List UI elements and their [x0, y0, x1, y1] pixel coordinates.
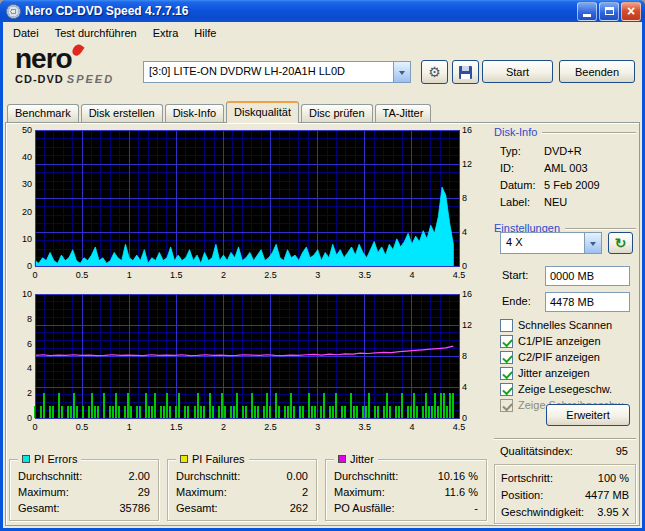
disk-label: ID: — [500, 162, 514, 174]
checkbox-icon — [500, 367, 513, 380]
nero-logo: nero CD-DVD SPEED — [15, 46, 140, 90]
svg-text:4.5: 4.5 — [453, 270, 466, 280]
svg-text:4: 4 — [462, 382, 467, 392]
svg-text:1: 1 — [127, 422, 132, 432]
end-field-label: Ende: — [502, 295, 531, 307]
tab-benchmark[interactable]: Benchmark — [7, 104, 79, 122]
svg-text:8: 8 — [27, 314, 32, 324]
svg-text:2: 2 — [27, 388, 32, 398]
floppy-icon — [459, 66, 472, 79]
checkbox-jitter-anzeigen[interactable]: Jitter anzeigen — [500, 366, 636, 380]
checkbox-zeige-lesegeschw[interactable]: Zeige Lesegeschw. — [500, 382, 636, 396]
checkbox-label: Schnelles Scannen — [518, 319, 612, 331]
svg-text:30: 30 — [22, 179, 32, 189]
stat-title: PI Failures — [192, 453, 245, 465]
drive-select[interactable]: [3:0] LITE-ON DVDRW LH-20A1H LL0D — [143, 61, 411, 83]
svg-text:4: 4 — [27, 363, 32, 373]
disk-value: AML 003 — [544, 162, 588, 174]
checkbox-icon — [500, 335, 513, 348]
stat-row: Maximum:29 — [18, 486, 150, 499]
stat-row: PO Ausfälle:- — [334, 502, 478, 515]
svg-text:0.5: 0.5 — [76, 270, 89, 280]
chevron-down-icon[interactable] — [584, 233, 601, 253]
progress-label: Fortschritt: — [501, 472, 553, 484]
save-button[interactable] — [452, 60, 479, 84]
menu-item-test-durchfuehren[interactable]: Test durchführen — [47, 25, 145, 41]
disk-value: 5 Feb 2009 — [544, 179, 600, 191]
close-button[interactable]: × — [621, 2, 641, 21]
stat-label: Durchschnitt: — [18, 470, 82, 482]
progress-label: Geschwindigkeit: — [501, 506, 584, 518]
stat-legend: PI Failures — [176, 453, 249, 465]
svg-text:0: 0 — [32, 270, 37, 280]
quality-index-row: Qualitätsindex: 95 — [500, 445, 628, 459]
tab-disc-pruefen[interactable]: Disc prüfen — [301, 104, 373, 122]
svg-text:2: 2 — [221, 270, 226, 280]
stat-title: Jitter — [350, 453, 374, 465]
start-field-label: Start: — [502, 269, 528, 281]
tab-disk-erstellen[interactable]: Disk erstellen — [81, 104, 163, 122]
svg-text:4: 4 — [409, 270, 414, 280]
disk-value: DVD+R — [544, 145, 582, 157]
minimize-button[interactable] — [577, 2, 597, 21]
stat-box-pi-errors: PI Errors Durchschnitt:2.00 Maximum:29 G… — [9, 459, 159, 521]
title-bar[interactable]: Nero CD-DVD Speed 4.7.7.16 × — [0, 0, 645, 22]
maximize-button[interactable] — [599, 2, 619, 21]
end-input[interactable]: 4478 MB — [545, 292, 630, 312]
flame-icon — [70, 43, 84, 58]
quit-button[interactable]: Beenden — [559, 60, 635, 83]
disk-row-typ: Typ:DVD+R — [500, 145, 634, 159]
svg-text:12: 12 — [462, 159, 472, 169]
disk-row-datum: Datum:5 Feb 2009 — [500, 179, 634, 193]
checkbox-label: C2/PIF anzeigen — [518, 351, 600, 363]
progress-label: Position: — [501, 489, 543, 501]
svg-text:40: 40 — [22, 152, 32, 162]
svg-text:10: 10 — [22, 234, 32, 244]
svg-text:50: 50 — [22, 126, 32, 135]
options-button[interactable]: ⚙ — [421, 60, 448, 84]
stat-row: Maximum:2 — [176, 486, 308, 499]
advanced-button[interactable]: Erweitert — [546, 404, 630, 426]
start-button[interactable]: Start — [482, 60, 553, 83]
tab-diskqualitaet[interactable]: Diskqualität — [226, 101, 299, 123]
svg-text:0: 0 — [32, 422, 37, 432]
menu-item-extra[interactable]: Extra — [145, 25, 187, 41]
stat-value: 2 — [302, 486, 308, 498]
stat-value: 0.00 — [287, 470, 308, 482]
menu-bar: Datei Test durchführen Extra Hilfe — [3, 24, 642, 42]
checkbox-c2-pif-anzeigen[interactable]: C2/PIF anzeigen — [500, 350, 636, 364]
speed-select[interactable]: 4 X — [500, 232, 602, 254]
chevron-down-icon[interactable] — [393, 62, 410, 82]
tab-ta-jitter[interactable]: TA-Jitter — [375, 104, 432, 122]
stat-value: 2.00 — [129, 470, 150, 482]
svg-text:2.5: 2.5 — [264, 422, 277, 432]
end-field-row: Ende: 4478 MB — [502, 292, 630, 312]
app-window: Nero CD-DVD Speed 4.7.7.16 × Datei Test … — [0, 0, 645, 531]
menu-item-datei[interactable]: Datei — [5, 25, 47, 41]
close-icon: × — [627, 4, 635, 18]
disk-label: Label: — [500, 196, 530, 208]
checkbox-schnelles-scannen[interactable]: Schnelles Scannen — [500, 318, 636, 332]
svg-text:8: 8 — [462, 193, 467, 203]
svg-text:3.5: 3.5 — [359, 422, 372, 432]
stat-label: PO Ausfälle: — [334, 502, 395, 514]
stat-label: Durchschnitt: — [334, 470, 398, 482]
svg-text:4: 4 — [409, 422, 414, 432]
stat-label: Maximum: — [334, 486, 385, 498]
tab-disk-info[interactable]: Disk-Info — [165, 104, 224, 122]
stat-row: Durchschnitt:2.00 — [18, 470, 150, 483]
stat-row: Durchschnitt:0.00 — [176, 470, 308, 483]
refresh-button[interactable]: ↻ — [608, 232, 633, 254]
client-area: Datei Test durchführen Extra Hilfe nero … — [3, 22, 642, 528]
maximize-icon — [605, 7, 614, 15]
svg-text:2: 2 — [221, 422, 226, 432]
divider — [494, 438, 636, 439]
svg-text:10: 10 — [22, 290, 32, 299]
progress-row-geschwindigkeit: Geschwindigkeit:3.95 X — [501, 506, 629, 520]
tab-strip: Benchmark Disk erstellen Disk-Info Diskq… — [7, 101, 433, 123]
menu-item-hilfe[interactable]: Hilfe — [186, 25, 224, 41]
svg-text:16: 16 — [462, 290, 472, 299]
checkbox-c1-pie-anzeigen[interactable]: C1/PIE anzeigen — [500, 334, 636, 348]
start-input[interactable]: 0000 MB — [545, 266, 630, 286]
stat-value: - — [474, 502, 478, 514]
